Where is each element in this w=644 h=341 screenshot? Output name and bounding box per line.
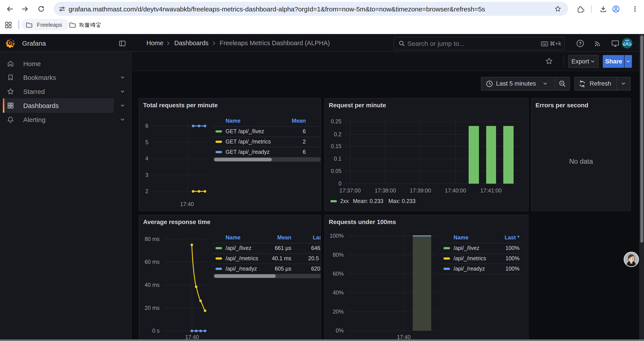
svg-text:?: ? bbox=[579, 41, 582, 46]
